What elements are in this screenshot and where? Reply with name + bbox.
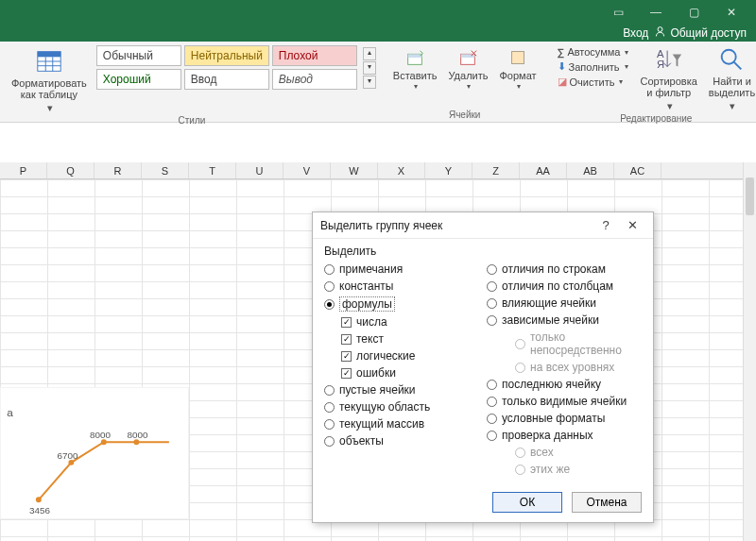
- delete-button[interactable]: Удалить▾: [442, 45, 493, 93]
- svg-line-18: [734, 62, 742, 70]
- group-editing-label: Редактирование: [554, 113, 756, 126]
- radio-current-region[interactable]: текущую область: [324, 399, 479, 414]
- col-header[interactable]: AB: [567, 162, 614, 178]
- check-logical[interactable]: логические: [324, 348, 479, 363]
- radio-dependents[interactable]: зависимые ячейки: [487, 313, 642, 328]
- cell-styles-gallery[interactable]: Обычный Нейтральный Плохой Хороший Ввод …: [96, 45, 357, 90]
- style-input[interactable]: Ввод: [184, 69, 269, 90]
- col-header[interactable]: Q: [47, 162, 94, 178]
- style-neutral[interactable]: Нейтральный: [184, 45, 269, 66]
- share-button[interactable]: Общий доступ: [654, 25, 747, 41]
- find-icon: [717, 45, 746, 74]
- radio-cond-formats[interactable]: условные форматы: [487, 411, 642, 426]
- titlebar-secondary: Вход Общий доступ: [0, 25, 756, 42]
- col-header[interactable]: X: [378, 162, 425, 178]
- gallery-up-icon[interactable]: ▴: [363, 47, 376, 60]
- format-as-table-label: Форматировать как таблицу: [11, 77, 87, 100]
- autosum-button[interactable]: ∑Автосумма▾: [556, 45, 631, 59]
- help-icon[interactable]: ?: [593, 212, 619, 239]
- ribbon: Форматировать как таблицу ▾ Обычный Нейт…: [0, 42, 756, 123]
- styles-gallery-scroll[interactable]: ▴ ▾ ▾: [363, 45, 376, 89]
- dialog-titlebar[interactable]: Выделить группу ячеек ? ✕: [313, 212, 653, 239]
- style-normal[interactable]: Обычный: [96, 45, 181, 66]
- ribbon-options-icon[interactable]: ▭: [599, 0, 637, 25]
- radio-visible-only[interactable]: только видимые ячейки: [487, 394, 642, 409]
- chart-label: 6700: [58, 450, 78, 461]
- radio-direct-only: только непосредственно: [487, 330, 642, 358]
- radio-dv-all: всех: [487, 445, 642, 460]
- radio-blanks[interactable]: пустые ячейки: [324, 382, 479, 397]
- svg-rect-14: [512, 52, 524, 64]
- chevron-down-icon: ▾: [619, 77, 623, 86]
- radio-current-array[interactable]: текущий массив: [324, 416, 479, 431]
- col-header[interactable]: U: [236, 162, 284, 178]
- svg-rect-8: [408, 54, 422, 58]
- maximize-icon[interactable]: ▢: [675, 0, 713, 25]
- share-icon: [654, 25, 666, 41]
- radio-last-cell[interactable]: последнюю ячейку: [487, 377, 642, 392]
- radio-formulas[interactable]: формулы: [324, 296, 479, 313]
- embedded-chart[interactable]: а 3456 6700 8000 8000: [0, 387, 189, 519]
- find-select-button[interactable]: Найти и выделить▾: [705, 45, 756, 113]
- check-numbers[interactable]: числа: [324, 314, 479, 330]
- cancel-button[interactable]: Отмена: [572, 492, 642, 513]
- ok-button[interactable]: ОК: [492, 492, 562, 513]
- close-icon[interactable]: ✕: [619, 212, 645, 239]
- login-link[interactable]: Вход: [623, 26, 648, 40]
- chart-label: 3456: [29, 505, 50, 516]
- insert-button[interactable]: Вставить▾: [387, 45, 443, 93]
- chevron-down-icon: ▾: [517, 83, 521, 92]
- dialog-section-label: Выделить: [324, 245, 642, 258]
- window-titlebar: ▭ — ▢ ✕: [0, 0, 756, 25]
- svg-point-0: [658, 27, 662, 32]
- scrollbar-thumb[interactable]: [746, 178, 754, 215]
- radio-data-validation[interactable]: проверка данных: [487, 428, 642, 443]
- format-button[interactable]: Формат▾: [493, 45, 541, 93]
- chevron-down-icon: ▾: [467, 83, 471, 92]
- col-header[interactable]: T: [189, 162, 236, 178]
- fill-down-icon: ⬇: [558, 60, 566, 73]
- svg-rect-2: [38, 52, 60, 58]
- chevron-down-icon: ▾: [625, 62, 628, 71]
- col-header[interactable]: W: [331, 162, 378, 178]
- col-header[interactable]: S: [142, 162, 189, 178]
- col-header[interactable]: Y: [425, 162, 472, 178]
- col-header[interactable]: V: [284, 162, 331, 178]
- col-header[interactable]: R: [94, 162, 142, 178]
- style-output[interactable]: Вывод: [272, 69, 357, 90]
- check-errors[interactable]: ошибки: [324, 365, 479, 380]
- column-headers[interactable]: P Q R S T U V W X Y Z AA AB AC: [0, 162, 756, 179]
- radio-constants[interactable]: константы: [324, 279, 479, 294]
- options-right: отличия по строкам отличия по столбцам в…: [487, 262, 642, 477]
- radio-col-diff[interactable]: отличия по столбцам: [487, 279, 642, 294]
- gallery-down-icon[interactable]: ▾: [363, 61, 376, 75]
- vertical-scrollbar[interactable]: [743, 162, 756, 541]
- style-good[interactable]: Хороший: [96, 69, 181, 90]
- svg-point-17: [722, 50, 736, 64]
- table-icon: [35, 47, 63, 76]
- chevron-down-icon: ▾: [625, 48, 628, 57]
- radio-objects[interactable]: объекты: [324, 433, 479, 448]
- format-as-table-button[interactable]: Форматировать как таблицу ▾: [8, 45, 91, 115]
- sort-filter-icon: AЯ: [655, 45, 683, 74]
- clear-button[interactable]: ◪Очистить▾: [556, 75, 631, 89]
- col-header[interactable]: Z: [472, 162, 520, 178]
- gallery-more-icon[interactable]: ▾: [363, 76, 376, 89]
- radio-row-diff[interactable]: отличия по строкам: [487, 262, 642, 277]
- style-bad[interactable]: Плохой: [272, 45, 357, 66]
- insert-cells-icon: [404, 47, 425, 68]
- goto-special-dialog: Выделить группу ячеек ? ✕ Выделить приме…: [312, 211, 654, 523]
- minimize-icon[interactable]: —: [637, 0, 675, 25]
- col-header[interactable]: AC: [614, 162, 662, 178]
- col-header[interactable]: AA: [520, 162, 567, 178]
- sort-filter-button[interactable]: AЯ Сортировка и фильтр▾: [636, 45, 700, 113]
- close-icon[interactable]: ✕: [713, 0, 750, 25]
- fill-button[interactable]: ⬇Заполнить▾: [556, 59, 631, 74]
- dialog-title: Выделить группу ячеек: [320, 219, 593, 232]
- col-header[interactable]: P: [0, 162, 47, 178]
- check-text[interactable]: текст: [324, 331, 479, 347]
- radio-notes[interactable]: примечания: [324, 262, 479, 277]
- format-icon: [507, 47, 528, 68]
- group-cells-label: Ячейки: [387, 110, 542, 122]
- radio-precedents[interactable]: влияющие ячейки: [487, 296, 642, 311]
